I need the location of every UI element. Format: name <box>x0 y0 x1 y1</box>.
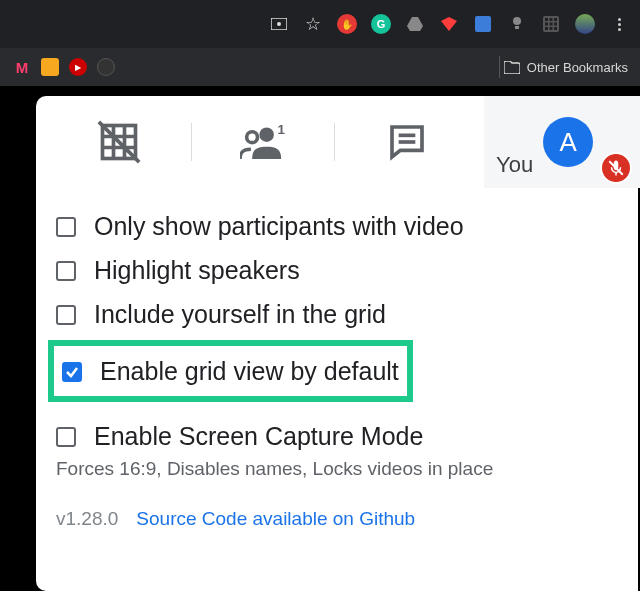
extension-grid-icon[interactable] <box>540 13 562 35</box>
svg-point-21 <box>247 132 258 143</box>
other-bookmarks-label: Other Bookmarks <box>527 60 628 75</box>
folder-icon <box>504 61 520 74</box>
svg-rect-7 <box>554 18 557 21</box>
checkbox[interactable] <box>56 217 76 237</box>
option-label: Highlight speakers <box>94 249 300 291</box>
svg-rect-3 <box>515 26 519 29</box>
svg-rect-5 <box>545 18 548 21</box>
extension-popup-panel: 1 You A <box>36 96 638 591</box>
screen-capture-description: Forces 16:9, Disables names, Locks video… <box>56 458 618 480</box>
svg-rect-8 <box>545 23 548 26</box>
svg-rect-6 <box>550 18 553 21</box>
cast-icon[interactable] <box>268 13 290 35</box>
extension-red-icon[interactable]: ✋ <box>336 13 358 35</box>
checkbox[interactable] <box>62 362 82 382</box>
grid-off-icon[interactable] <box>52 120 187 164</box>
source-code-link[interactable]: Source Code available on Github <box>136 508 415 530</box>
avatar: A <box>543 117 593 167</box>
extension-bulb-icon[interactable] <box>506 13 528 35</box>
svg-point-20 <box>259 127 274 142</box>
svg-rect-13 <box>554 27 557 30</box>
extension-superman-icon[interactable] <box>438 13 460 35</box>
checkbox[interactable] <box>56 305 76 325</box>
muted-mic-icon[interactable] <box>600 152 632 184</box>
svg-point-2 <box>513 17 521 25</box>
bookmarks-bar: M ▶ Other Bookmarks <box>0 48 640 86</box>
tab-divider <box>334 123 335 161</box>
svg-point-1 <box>277 22 281 26</box>
other-bookmarks-folder[interactable]: Other Bookmarks <box>504 60 628 75</box>
bookmark-orange-icon[interactable] <box>40 57 60 77</box>
tab-divider <box>191 123 192 161</box>
svg-rect-10 <box>554 23 557 26</box>
svg-rect-9 <box>550 23 553 26</box>
extension-grammarly-icon[interactable]: G <box>370 13 392 35</box>
highlighted-option-box: Enable grid view by default <box>48 340 413 402</box>
star-icon[interactable]: ☆ <box>302 13 324 35</box>
option-label: Enable grid view by default <box>100 347 399 395</box>
svg-rect-12 <box>550 27 553 30</box>
option-screen-capture[interactable]: Enable Screen Capture Mode <box>56 414 618 458</box>
bookmarks-divider <box>499 56 500 78</box>
bookmark-m-icon[interactable]: M <box>12 57 32 77</box>
option-label: Only show participants with video <box>94 205 464 247</box>
extension-bluebook-icon[interactable] <box>472 13 494 35</box>
chat-icon[interactable] <box>339 122 474 162</box>
browser-omnibox: ☆ ✋ G <box>0 0 640 48</box>
svg-text:1: 1 <box>278 124 286 137</box>
bookmark-youtube-icon[interactable]: ▶ <box>68 57 88 77</box>
participants-icon[interactable]: 1 <box>196 124 331 160</box>
bookmark-dark-icon[interactable] <box>96 57 116 77</box>
checkbox[interactable] <box>56 427 76 447</box>
extension-drive-icon[interactable] <box>404 13 426 35</box>
profile-avatar-icon[interactable] <box>574 13 596 35</box>
option-label: Enable Screen Capture Mode <box>94 415 423 457</box>
option-include-self[interactable]: Include yourself in the grid <box>56 292 618 336</box>
browser-menu-icon[interactable] <box>608 13 630 35</box>
tabs-row: 1 You A <box>36 96 638 188</box>
option-enable-default[interactable]: Enable grid view by default <box>62 346 399 396</box>
you-label: You <box>496 152 533 178</box>
checkbox[interactable] <box>56 261 76 281</box>
svg-rect-11 <box>545 27 548 30</box>
svg-line-19 <box>99 122 139 162</box>
self-video-chip[interactable]: You A <box>484 96 640 188</box>
version-label: v1.28.0 <box>56 508 118 530</box>
option-highlight-speakers[interactable]: Highlight speakers <box>56 248 618 292</box>
option-label: Include yourself in the grid <box>94 293 386 335</box>
option-only-video[interactable]: Only show participants with video <box>56 204 618 248</box>
